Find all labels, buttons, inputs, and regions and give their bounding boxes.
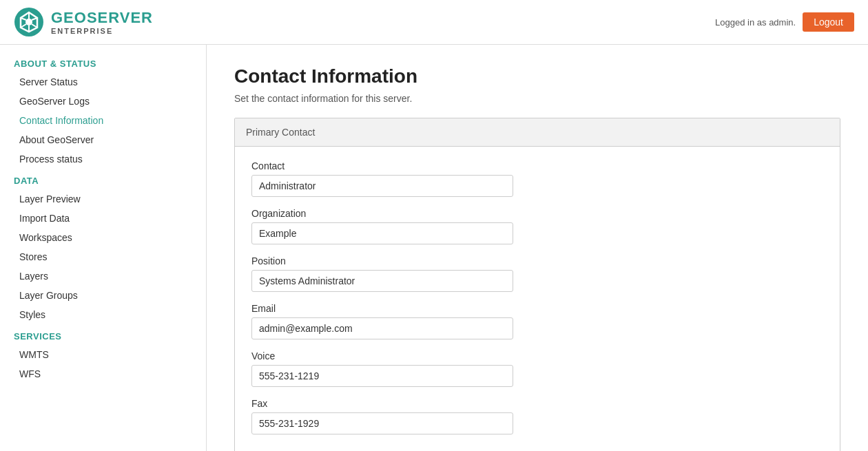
field-voice: Voice xyxy=(251,350,823,387)
logo-subtitle: ENTERPRISE xyxy=(51,27,153,35)
sidebar-item-geoserver-logs[interactable]: GeoServer Logs xyxy=(0,92,206,111)
sidebar-section-about-status: ABOUT & STATUS xyxy=(0,52,206,72)
sidebar-item-contact-information[interactable]: Contact Information xyxy=(0,111,206,130)
form-card-header: Primary Contact xyxy=(235,118,840,147)
form-body: Contact Organization Position Email Voic xyxy=(235,147,840,451)
field-email: Email xyxy=(251,303,823,339)
logged-in-text: Logged in as admin. xyxy=(715,17,796,28)
sidebar-item-workspaces[interactable]: Workspaces xyxy=(0,228,206,247)
sidebar-item-layers[interactable]: Layers xyxy=(0,266,206,286)
input-position[interactable] xyxy=(251,270,513,292)
sidebar-item-layer-preview[interactable]: Layer Preview xyxy=(0,189,206,209)
sidebar-section-data: DATA xyxy=(0,169,206,189)
sidebar-item-about-geoserver[interactable]: About GeoServer xyxy=(0,130,206,149)
field-fax: Fax xyxy=(251,398,823,434)
page-title: Contact Information xyxy=(234,65,840,87)
page-subtitle: Set the contact information for this ser… xyxy=(234,93,840,104)
logo-title: GEOSERVER xyxy=(51,9,153,27)
svg-point-2 xyxy=(25,19,32,25)
input-email[interactable] xyxy=(251,317,513,339)
sidebar-item-stores[interactable]: Stores xyxy=(0,247,206,266)
input-fax[interactable] xyxy=(251,412,513,434)
logo-area: GEOSERVER ENTERPRISE xyxy=(14,7,153,37)
contact-form-card: Primary Contact Contact Organization Pos… xyxy=(234,118,840,451)
field-contact: Contact xyxy=(251,160,823,197)
field-organization: Organization xyxy=(251,208,823,244)
sidebar-item-wmts[interactable]: WMTS xyxy=(0,345,206,364)
label-voice: Voice xyxy=(251,350,823,361)
sidebar-item-process-status[interactable]: Process status xyxy=(0,149,206,169)
label-fax: Fax xyxy=(251,398,823,409)
header: GEOSERVER ENTERPRISE Logged in as admin.… xyxy=(0,0,868,45)
field-position: Position xyxy=(251,255,823,292)
geoserver-logo-icon xyxy=(14,7,44,37)
label-contact: Contact xyxy=(251,160,823,171)
sidebar: ABOUT & STATUS Server Status GeoServer L… xyxy=(0,45,207,451)
logout-button[interactable]: Logout xyxy=(803,12,854,32)
input-voice[interactable] xyxy=(251,365,513,387)
logo-text: GEOSERVER ENTERPRISE xyxy=(51,9,153,35)
sidebar-item-import-data[interactable]: Import Data xyxy=(0,209,206,228)
input-contact[interactable] xyxy=(251,175,513,197)
sidebar-section-services: SERVICES xyxy=(0,324,206,345)
sidebar-item-layer-groups[interactable]: Layer Groups xyxy=(0,286,206,305)
main-layout: ABOUT & STATUS Server Status GeoServer L… xyxy=(0,45,868,451)
label-email: Email xyxy=(251,303,823,314)
sidebar-item-styles[interactable]: Styles xyxy=(0,305,206,324)
sidebar-item-wfs[interactable]: WFS xyxy=(0,364,206,384)
input-organization[interactable] xyxy=(251,222,513,244)
main-content: Contact Information Set the contact info… xyxy=(207,45,868,451)
sidebar-item-server-status[interactable]: Server Status xyxy=(0,72,206,92)
label-position: Position xyxy=(251,255,823,266)
label-organization: Organization xyxy=(251,208,823,219)
header-right: Logged in as admin. Logout xyxy=(715,12,854,32)
